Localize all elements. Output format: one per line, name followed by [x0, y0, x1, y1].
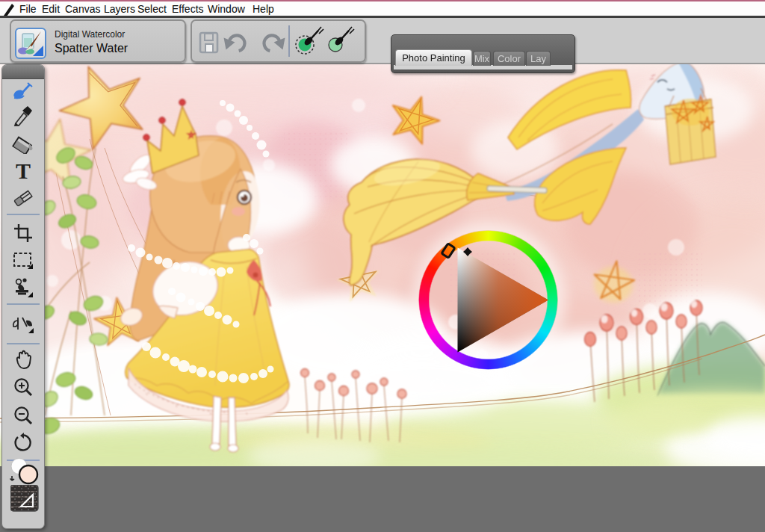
- svg-text:T: T: [16, 161, 31, 182]
